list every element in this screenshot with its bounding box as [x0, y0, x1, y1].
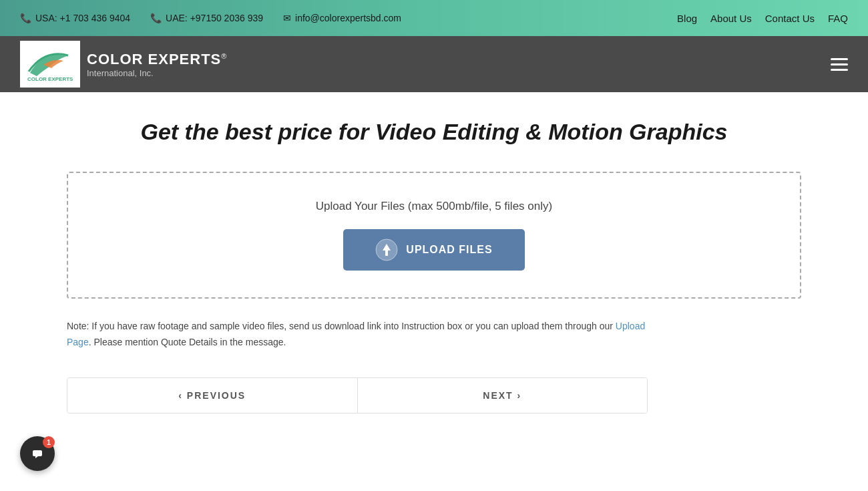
- hamburger-line-2: [831, 63, 848, 65]
- logo-box: COLOR EXPERTS: [20, 41, 80, 88]
- main-content: Get the best price for Video Editing & M…: [0, 92, 868, 453]
- hamburger-line-3: [831, 69, 848, 71]
- note-text-2: . Please mention Quote Details in the me…: [89, 337, 286, 347]
- upload-area: Upload Your Files (max 500mb/file, 5 fil…: [67, 172, 801, 299]
- top-bar: 📞 USA: +1 703 436 9404 📞 UAE: +97150 203…: [0, 0, 868, 36]
- nav-faq[interactable]: FAQ: [828, 13, 848, 24]
- nav-blog[interactable]: Blog: [677, 13, 697, 24]
- chat-icon: [29, 446, 45, 462]
- hamburger-line-1: [831, 58, 848, 60]
- top-bar-left: 📞 USA: +1 703 436 9404 📞 UAE: +97150 203…: [20, 13, 401, 23]
- logo-name: COLOR EXPERTS®: [87, 51, 227, 68]
- upload-btn-label: UPLOAD FILES: [406, 244, 492, 256]
- site-header: COLOR EXPERTS COLOR EXPERTS® Internation…: [0, 36, 868, 92]
- chat-badge: 1: [43, 436, 55, 448]
- note-text-1: Note: If you have raw footage and sample…: [67, 321, 616, 331]
- phone-uae: 📞 UAE: +97150 2036 939: [150, 13, 263, 23]
- next-button[interactable]: NEXT ›: [358, 378, 648, 413]
- email-contact: ✉ info@colorexpertsbd.com: [283, 13, 401, 23]
- upload-label: Upload Your Files (max 500mb/file, 5 fil…: [316, 200, 552, 213]
- hamburger-menu[interactable]: [831, 58, 848, 71]
- logo-sup: ®: [221, 51, 227, 59]
- nav-about[interactable]: About Us: [710, 13, 752, 24]
- email-icon: ✉: [283, 13, 291, 23]
- logo-main-text: COLOR EXPERTS: [87, 51, 221, 67]
- email-text: info@colorexpertsbd.com: [295, 13, 401, 23]
- logo-sub: International, Inc.: [87, 68, 227, 78]
- top-bar-nav: Blog About Us Contact Us FAQ: [677, 13, 848, 24]
- phone-usa-icon: 📞: [20, 13, 31, 23]
- navigation-buttons: ‹ PREVIOUS NEXT ›: [67, 377, 648, 414]
- svg-text:COLOR EXPERTS: COLOR EXPERTS: [27, 76, 73, 82]
- phone-uae-icon: 📞: [150, 13, 162, 23]
- logo-area: COLOR EXPERTS COLOR EXPERTS® Internation…: [20, 41, 227, 88]
- page-title: Get the best price for Video Editing & M…: [67, 119, 801, 145]
- phone-uae-text: UAE: +97150 2036 939: [166, 13, 263, 23]
- previous-button[interactable]: ‹ PREVIOUS: [67, 378, 358, 413]
- note-section: Note: If you have raw footage and sample…: [67, 319, 648, 351]
- phone-usa-text: USA: +1 703 436 9404: [35, 13, 130, 23]
- upload-files-button[interactable]: UPLOAD FILES: [343, 229, 524, 271]
- nav-contact[interactable]: Contact Us: [765, 13, 815, 24]
- upload-icon: [375, 238, 398, 261]
- chat-bubble[interactable]: 1: [20, 436, 55, 471]
- logo-svg: COLOR EXPERTS: [23, 46, 77, 83]
- phone-usa: 📞 USA: +1 703 436 9404: [20, 13, 130, 23]
- logo-text: COLOR EXPERTS® International, Inc.: [87, 51, 227, 78]
